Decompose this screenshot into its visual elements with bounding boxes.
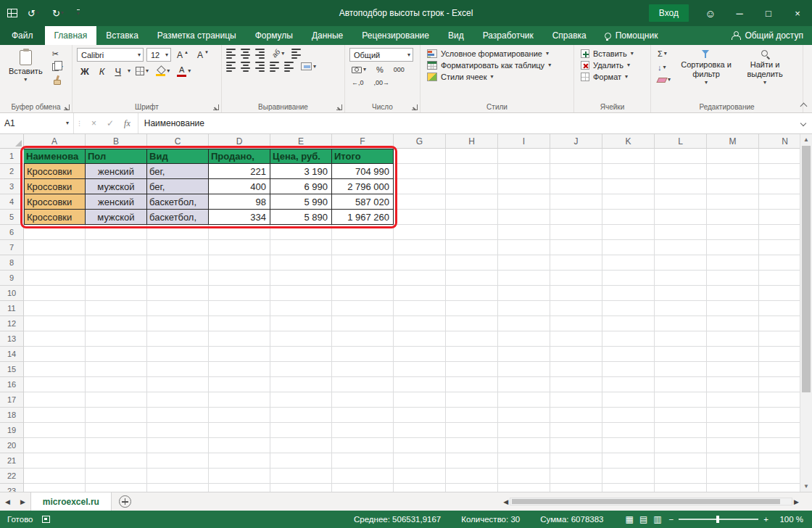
cell[interactable] xyxy=(332,316,394,331)
customize-quick-access-button[interactable]: ▾ xyxy=(74,8,83,18)
cell[interactable] xyxy=(498,149,550,164)
sheet-tab-active[interactable]: microexcel.ru xyxy=(30,492,112,511)
cell[interactable] xyxy=(655,225,707,240)
increase-indent-icon[interactable] xyxy=(284,62,294,72)
cell[interactable] xyxy=(446,316,498,331)
cell[interactable] xyxy=(86,453,147,469)
cell[interactable]: Кроссовки xyxy=(24,164,86,179)
cell[interactable] xyxy=(602,347,655,362)
cell[interactable] xyxy=(147,271,209,286)
excel-logo-icon[interactable] xyxy=(7,9,17,17)
font-color-button[interactable]: А▾ xyxy=(175,64,193,78)
cell[interactable] xyxy=(550,210,602,225)
cell[interactable] xyxy=(707,179,759,194)
cell[interactable] xyxy=(707,362,759,377)
cell[interactable] xyxy=(24,255,86,271)
cell[interactable] xyxy=(707,484,759,492)
cell[interactable] xyxy=(498,438,550,453)
cell[interactable] xyxy=(498,255,550,271)
fill-button[interactable]: ↓▾ xyxy=(655,62,673,73)
cell[interactable] xyxy=(498,331,550,347)
cell[interactable] xyxy=(209,423,270,438)
cell[interactable] xyxy=(332,301,394,316)
cell[interactable] xyxy=(498,362,550,377)
cell[interactable] xyxy=(707,408,759,423)
tab-file[interactable]: Файл xyxy=(0,26,45,45)
cell[interactable] xyxy=(707,438,759,453)
cell[interactable] xyxy=(498,423,550,438)
cell[interactable]: Кроссовки xyxy=(24,210,86,225)
cell[interactable] xyxy=(394,392,446,408)
cell[interactable] xyxy=(270,225,332,240)
cell[interactable] xyxy=(707,377,759,392)
row-header[interactable]: 12 xyxy=(0,316,24,331)
cell[interactable] xyxy=(394,179,446,194)
row-header[interactable]: 23 xyxy=(0,484,24,492)
cell[interactable] xyxy=(446,225,498,240)
cell[interactable] xyxy=(209,362,270,377)
cell[interactable] xyxy=(394,331,446,347)
cell[interactable] xyxy=(270,347,332,362)
cell[interactable] xyxy=(707,392,759,408)
cell[interactable] xyxy=(655,392,707,408)
cell[interactable] xyxy=(332,347,394,362)
borders-button[interactable]: ▾ xyxy=(133,65,151,77)
cell[interactable] xyxy=(24,331,86,347)
cell[interactable] xyxy=(550,164,602,179)
share-button[interactable]: Общий доступ xyxy=(723,26,812,45)
cell[interactable]: мужской xyxy=(86,210,147,225)
cell[interactable] xyxy=(602,271,655,286)
cell[interactable] xyxy=(655,469,707,484)
cell[interactable] xyxy=(550,271,602,286)
tab-home[interactable]: Главная xyxy=(45,26,97,45)
cell[interactable] xyxy=(209,271,270,286)
cell[interactable] xyxy=(270,286,332,301)
cell[interactable] xyxy=(86,316,147,331)
cell[interactable] xyxy=(394,469,446,484)
cell[interactable] xyxy=(147,347,209,362)
cell[interactable] xyxy=(498,301,550,316)
row-header[interactable]: 13 xyxy=(0,331,24,347)
zoom-level[interactable]: 100 % xyxy=(776,515,803,524)
cell[interactable]: женский xyxy=(86,194,147,210)
paste-button[interactable]: Вставить ▾ xyxy=(4,48,47,86)
cell[interactable] xyxy=(394,423,446,438)
cell[interactable] xyxy=(707,271,759,286)
cell[interactable] xyxy=(394,408,446,423)
italic-button[interactable]: К xyxy=(96,65,109,78)
cell[interactable] xyxy=(707,210,759,225)
cell[interactable] xyxy=(446,347,498,362)
increase-font-button[interactable]: А▲ xyxy=(174,50,191,60)
cell[interactable] xyxy=(270,408,332,423)
cell[interactable] xyxy=(394,286,446,301)
cell[interactable] xyxy=(209,484,270,492)
cell[interactable] xyxy=(270,301,332,316)
cell[interactable] xyxy=(332,255,394,271)
cell[interactable] xyxy=(147,255,209,271)
delete-cells-button[interactable]: Удалить▾ xyxy=(579,59,647,71)
cell[interactable] xyxy=(394,316,446,331)
macro-record-icon[interactable] xyxy=(42,516,50,523)
cell[interactable] xyxy=(209,377,270,392)
cell[interactable] xyxy=(655,408,707,423)
cell[interactable]: Продано, xyxy=(209,149,270,164)
cell[interactable] xyxy=(602,362,655,377)
cell[interactable] xyxy=(602,316,655,331)
cell[interactable]: 5 990 xyxy=(270,194,332,210)
row-header[interactable]: 16 xyxy=(0,377,24,392)
tab-page-layout[interactable]: Разметка страницы xyxy=(148,26,246,45)
cell[interactable] xyxy=(24,484,86,492)
cell[interactable] xyxy=(209,286,270,301)
cell[interactable] xyxy=(498,347,550,362)
cell[interactable] xyxy=(394,240,446,255)
cell[interactable] xyxy=(24,392,86,408)
cell[interactable]: 6 990 xyxy=(270,179,332,194)
zoom-out-button[interactable]: − xyxy=(669,515,674,524)
cell[interactable]: Итого xyxy=(332,149,394,164)
cell[interactable] xyxy=(498,377,550,392)
cell[interactable] xyxy=(446,392,498,408)
cell[interactable]: баскетбол, xyxy=(147,210,209,225)
cell[interactable] xyxy=(270,362,332,377)
cancel-entry-button[interactable]: × xyxy=(91,118,96,128)
cell[interactable] xyxy=(209,225,270,240)
